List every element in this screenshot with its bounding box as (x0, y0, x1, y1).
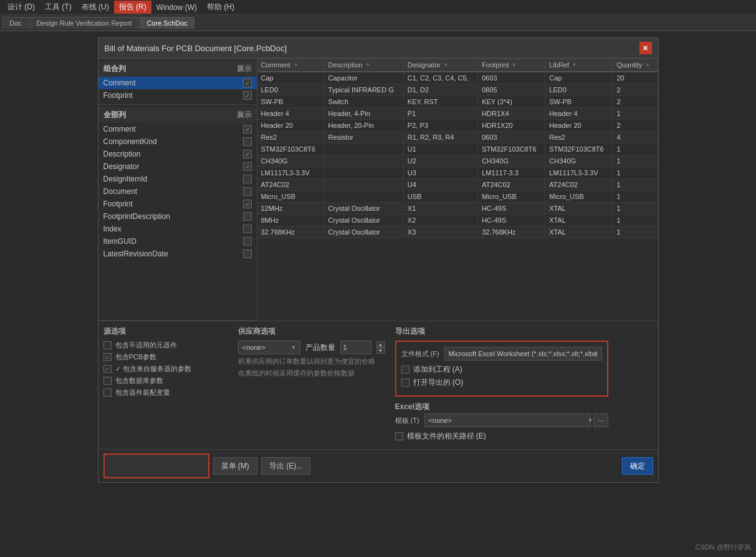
menu-bar: 设计 (D) 工具 (T) 布线 (U) 报告 (R) Window (W) 帮… (0, 0, 756, 15)
tab-doc[interactable]: Doc (2, 17, 29, 29)
tab-drc[interactable]: Design Rule Verification Report (30, 17, 139, 29)
menu-window[interactable]: Window (W) (151, 2, 202, 13)
menu-tools[interactable]: 工具 (T) (40, 1, 77, 14)
menu-help[interactable]: 帮助 (H) (202, 1, 239, 14)
menu-routing[interactable]: 布线 (U) (77, 1, 114, 14)
menu-report[interactable]: 报告 (R) (114, 1, 151, 14)
menu-design[interactable]: 设计 (D) (2, 1, 40, 14)
tab-schDoc[interactable]: Core.SchDoc (140, 17, 194, 29)
tab-bar: Doc Design Rule Verification Report Core… (0, 15, 756, 31)
